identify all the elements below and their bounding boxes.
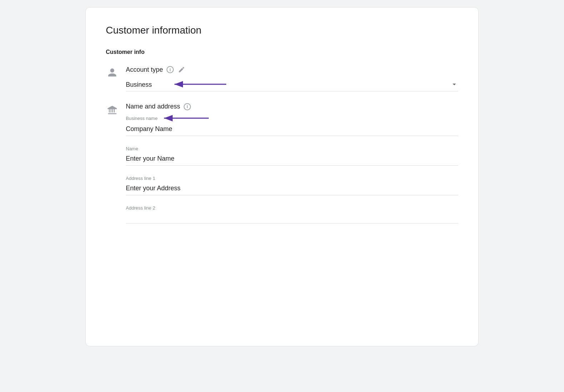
address-line1-label: Address line 1 (126, 176, 458, 181)
customer-info-section: Customer info Account type i (106, 49, 458, 233)
name-and-address-label-row: Name and address i (126, 103, 458, 110)
account-type-select-wrapper[interactable]: Business Individual (126, 78, 458, 91)
page-title: Customer information (106, 25, 458, 36)
account-type-label-row: Account type i (126, 65, 458, 74)
section-title: Customer info (106, 49, 458, 55)
name-value[interactable]: Enter your Name (126, 153, 458, 166)
customer-information-card: Customer information Customer info Accou… (85, 7, 479, 346)
account-type-edit-icon[interactable] (177, 65, 186, 74)
address-line2-value[interactable] (126, 212, 458, 223)
person-icon (106, 66, 119, 79)
address-line2-label: Address line 2 (126, 205, 458, 211)
business-icon (106, 104, 119, 116)
account-type-label: Account type (126, 66, 163, 74)
name-and-address-info-icon[interactable]: i (184, 103, 191, 110)
name-field: Name Enter your Name (126, 146, 458, 166)
address-line1-value[interactable]: Enter your Address (126, 182, 458, 195)
name-label: Name (126, 146, 458, 151)
name-and-address-row: Name and address i Business name (106, 103, 458, 233)
address-line1-field: Address line 1 Enter your Address (126, 176, 458, 195)
account-type-row: Account type i Business Individual (106, 65, 458, 91)
name-and-address-label: Name and address (126, 103, 180, 110)
business-name-label-row: Business name (126, 115, 458, 122)
account-type-arrow-annotation (171, 80, 228, 89)
address-line2-field: Address line 2 (126, 205, 458, 223)
business-name-field: Business name Compan (126, 115, 458, 136)
name-and-address-fields: Business name Compan (126, 115, 458, 223)
business-name-arrow-annotation (160, 115, 211, 122)
business-name-label: Business name (126, 116, 158, 121)
business-name-value[interactable]: Company Name (126, 123, 458, 136)
account-type-info-icon[interactable]: i (167, 66, 174, 73)
account-type-content: Account type i Business Individual (126, 65, 458, 91)
name-and-address-content: Name and address i Business name (126, 103, 458, 233)
